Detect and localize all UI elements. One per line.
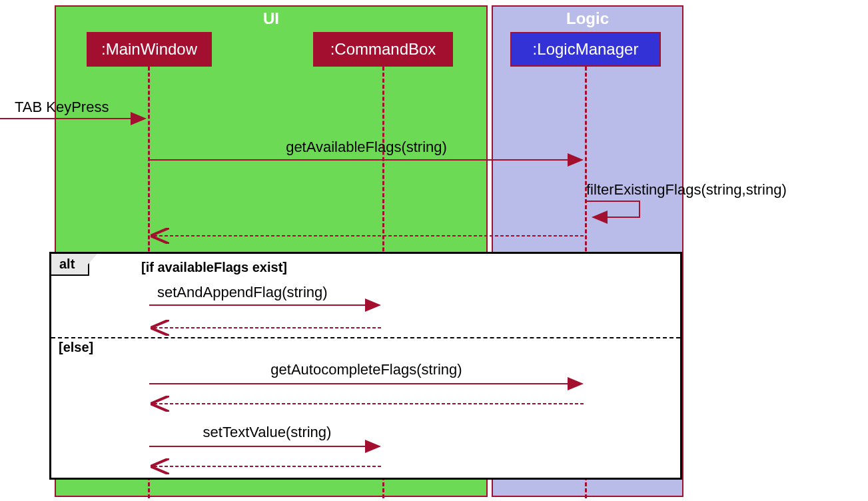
sequence-diagram: UI Logic :MainWindow :CommandBox :LogicM… bbox=[0, 0, 868, 501]
arrow-return-set-text bbox=[0, 0, 400, 480]
